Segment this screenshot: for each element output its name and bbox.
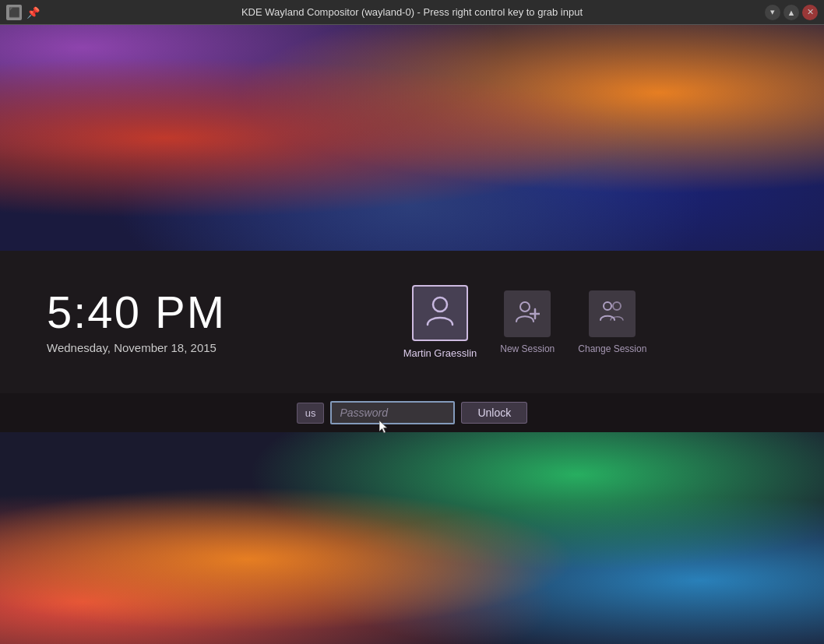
background-bottom <box>0 432 824 644</box>
password-input[interactable] <box>330 401 455 424</box>
clock-section: 5:40 PM Wednesday, November 18, 2015 <box>0 290 226 354</box>
titlebar-left: ⬛ 📌 <box>6 5 39 20</box>
unlock-button[interactable]: Unlock <box>461 402 527 424</box>
user-section: Martin Graesslin New Session <box>226 285 824 359</box>
new-session-label: New Session <box>500 343 555 354</box>
new-session-tile[interactable]: New Session <box>500 290 555 354</box>
titlebar: ⬛ 📌 KDE Wayland Compositor (wayland-0) -… <box>0 0 824 25</box>
titlebar-title: KDE Wayland Compositor (wayland-0) - Pre… <box>241 6 583 18</box>
svg-point-5 <box>613 302 621 310</box>
change-session-tile[interactable]: Change Session <box>578 290 646 354</box>
user-avatar-icon <box>424 294 456 333</box>
svg-point-4 <box>604 302 611 310</box>
user-avatar-box <box>412 285 468 341</box>
clock-date: Wednesday, November 18, 2015 <box>47 341 217 354</box>
new-session-icon-box <box>504 290 551 337</box>
titlebar-controls: ▾ ▲ ✕ <box>765 5 818 20</box>
unlock-bar: us Unlock <box>0 393 824 432</box>
lock-panel: 5:40 PM Wednesday, November 18, 2015 Mar… <box>0 251 824 393</box>
change-session-icon <box>600 298 625 329</box>
screen-icon: ⬛ <box>6 5 22 20</box>
pin-icon: 📌 <box>26 6 39 19</box>
change-session-icon-box <box>589 290 636 337</box>
change-session-label: Change Session <box>578 343 646 354</box>
user-tile-current[interactable]: Martin Graesslin <box>403 285 477 359</box>
svg-point-1 <box>520 302 530 311</box>
maximize-button[interactable]: ▲ <box>784 5 799 20</box>
username-badge: us <box>297 403 325 424</box>
clock-time: 5:40 PM <box>47 290 226 335</box>
svg-point-0 <box>433 297 447 311</box>
background-top <box>0 25 824 251</box>
main-content: 5:40 PM Wednesday, November 18, 2015 Mar… <box>0 25 824 644</box>
new-session-icon <box>515 298 540 329</box>
minimize-button[interactable]: ▾ <box>765 5 780 20</box>
user-name: Martin Graesslin <box>403 347 477 359</box>
close-button[interactable]: ✕ <box>802 5 818 20</box>
